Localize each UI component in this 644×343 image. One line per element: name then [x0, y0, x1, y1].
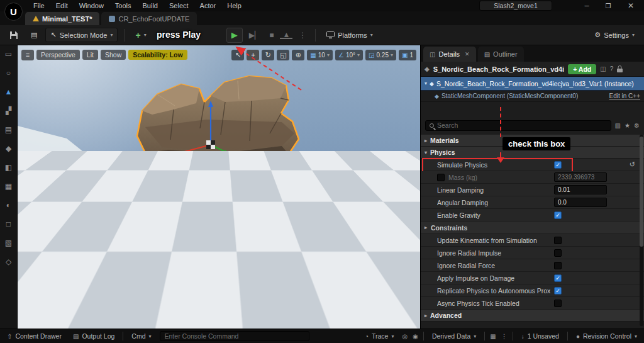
trace-dropdown[interactable]: ◔ Trace ▾	[362, 331, 397, 341]
eject-button[interactable]: ▲	[280, 31, 292, 39]
edit-condition-checkbox[interactable]	[437, 174, 445, 181]
property-checkbox[interactable]: ✓	[554, 161, 562, 169]
display-options-icon[interactable]: ▥	[615, 122, 621, 129]
search-icon[interactable]: ○	[6, 69, 11, 77]
scrollbar[interactable]	[640, 135, 643, 326]
tab-details[interactable]: ◫ Details ✕	[423, 47, 476, 62]
value-field[interactable]: 0.0	[554, 198, 607, 207]
menu-actor[interactable]: Actor	[194, 1, 222, 11]
level-icon[interactable]: □	[6, 220, 11, 228]
cmd-dropdown[interactable]: Cmd ▾	[128, 331, 154, 341]
maximize-button[interactable]: ❐	[599, 0, 618, 11]
unreal-logo-icon[interactable]: U	[4, 3, 23, 21]
property-row[interactable]: Replicate Physics to Autonomous Proxy✓	[421, 284, 644, 297]
lock-icon[interactable]	[617, 65, 623, 72]
property-row[interactable]: Async Physics Tick Enabled	[421, 297, 644, 310]
perspective-dropdown[interactable]: Perspective	[36, 50, 80, 60]
quick-add-button[interactable]: + ▾	[131, 28, 150, 43]
edit-in-cpp-link[interactable]: Edit in C++	[609, 93, 640, 99]
fracture-icon[interactable]: ◧	[5, 164, 12, 172]
add-component-button[interactable]: + Add	[568, 64, 596, 74]
revision-control-dropdown[interactable]: ● Revision Control ▾	[573, 331, 640, 341]
scale-snap-control[interactable]: ◲ 0.25 ▾	[365, 50, 396, 60]
scale-tool-button[interactable]: ◱	[277, 50, 289, 60]
property-row[interactable]: Mass (kg)2339.396973	[421, 171, 644, 184]
world-coordinate-button[interactable]: ⊕	[292, 50, 304, 60]
insights-session-icon[interactable]: ◎	[402, 333, 408, 340]
stop-button[interactable]: ■	[267, 31, 276, 40]
split-view-icon[interactable]: ◫	[600, 65, 606, 72]
tree-expand-icon[interactable]: ▾	[425, 81, 427, 86]
frame-skip-button[interactable]: ▶▏	[247, 31, 263, 40]
place-actors-icon[interactable]: ▭	[5, 50, 12, 59]
close-tab-icon[interactable]: ✕	[465, 51, 470, 57]
console-command-input[interactable]	[165, 332, 304, 340]
property-row[interactable]: Ignore Radial Impulse	[421, 247, 644, 259]
component-tree-selected-row[interactable]: ▾ ◆ S_Nordic_Beach_Rock_Formation_vd4iec…	[421, 77, 644, 91]
viewport-options-button[interactable]: ≡	[21, 50, 34, 60]
save-button[interactable]	[5, 28, 23, 42]
property-checkbox[interactable]	[554, 237, 562, 244]
move-tool-button[interactable]: +	[247, 50, 259, 60]
view-mode-dropdown[interactable]: Lit	[82, 50, 98, 60]
play-options-kebab[interactable]: ⋮	[296, 31, 309, 40]
modeling-icon[interactable]: ◆	[6, 145, 11, 153]
mesh-paint-icon[interactable]: ▤	[5, 126, 12, 134]
rotation-snap-control[interactable]: ∠ 10° ▾	[335, 50, 363, 60]
tab-level[interactable]: Minimal_TEST*	[25, 12, 99, 25]
section-advanced[interactable]: ▸ Advanced	[421, 310, 644, 322]
subsection-header[interactable]: ▸Constraints	[421, 222, 644, 234]
property-checkbox[interactable]	[554, 249, 562, 257]
brush-icon[interactable]: ▦	[5, 183, 12, 191]
show-dropdown[interactable]: Show	[101, 50, 126, 60]
property-row[interactable]: Angular Damping0.0	[421, 196, 644, 209]
console-command-box[interactable]	[160, 331, 309, 341]
selection-mode-dropdown[interactable]: ↖ Selection Mode ▾	[45, 28, 118, 42]
menu-build[interactable]: Build	[137, 1, 164, 11]
reset-to-default-icon[interactable]: ↺	[630, 160, 635, 169]
derived-data-dropdown[interactable]: Derived Data ▾	[429, 331, 479, 341]
animation-icon[interactable]: ◐	[6, 201, 11, 210]
scrollbar-thumb[interactable]	[640, 137, 643, 247]
menu-file[interactable]: File	[28, 1, 50, 11]
landscape-icon[interactable]: ▲	[5, 88, 13, 96]
property-row[interactable]: Simulate Physics✓↺	[421, 159, 644, 171]
play-button[interactable]: ▶	[226, 28, 243, 43]
settings-dropdown[interactable]: ⚙ Settings ▾	[590, 28, 639, 42]
tab-outliner[interactable]: ▤ Outliner	[478, 47, 524, 62]
property-row[interactable]: Linear Damping0.01	[421, 184, 644, 196]
editor-modes-button[interactable]: ▤	[26, 28, 42, 42]
scalability-warning-badge[interactable]: Scalability: Low	[128, 50, 187, 60]
unsaved-button[interactable]: ↓ 1 Unsaved	[518, 331, 562, 341]
menu-edit[interactable]: Edit	[50, 1, 74, 11]
component-tree-row[interactable]: ◆ StaticMeshComponent (StaticMeshCompone…	[421, 91, 644, 102]
property-checkbox[interactable]: ✓	[554, 274, 562, 282]
foliage-icon[interactable]: ▞	[6, 107, 11, 115]
property-row[interactable]: Apply Impulse on Damage✓	[421, 272, 644, 284]
property-checkbox[interactable]: ✓	[554, 211, 562, 219]
property-row[interactable]: Enable Gravity✓	[421, 209, 644, 222]
select-tool-button[interactable]: ↖	[231, 50, 244, 60]
property-row[interactable]: Update Kinematic from Simulation	[421, 234, 644, 247]
grid-snap-control[interactable]: ▦ 10 ▾	[307, 50, 333, 60]
output-log-button[interactable]: ▤ Output Log	[70, 331, 118, 341]
ddc-grid-icon[interactable]: ▦	[490, 333, 496, 340]
close-button[interactable]: ✕	[621, 0, 640, 11]
search-input[interactable]	[437, 121, 607, 129]
platforms-dropdown[interactable]: Platforms ▾	[322, 29, 377, 42]
rotate-tool-button[interactable]: ↻	[262, 50, 274, 60]
property-checkbox[interactable]	[554, 300, 562, 307]
minimize-button[interactable]: ─	[577, 0, 596, 11]
search-box[interactable]	[425, 120, 611, 131]
content-drawer-button[interactable]: ⇧ Content Drawer	[4, 331, 65, 341]
property-checkbox[interactable]	[554, 262, 562, 269]
geometry-icon[interactable]: ▧	[5, 239, 12, 247]
menu-tools[interactable]: Tools	[109, 1, 137, 11]
value-field[interactable]: 2339.396973	[554, 172, 607, 182]
value-field[interactable]: 0.01	[554, 185, 607, 194]
favorites-icon[interactable]: ★	[625, 122, 630, 129]
variant-icon[interactable]: ◇	[6, 258, 11, 266]
menu-select[interactable]: Select	[164, 1, 194, 11]
detail-settings-icon[interactable]: ⚙	[634, 122, 640, 129]
property-row[interactable]: Ignore Radial Force	[421, 259, 644, 272]
